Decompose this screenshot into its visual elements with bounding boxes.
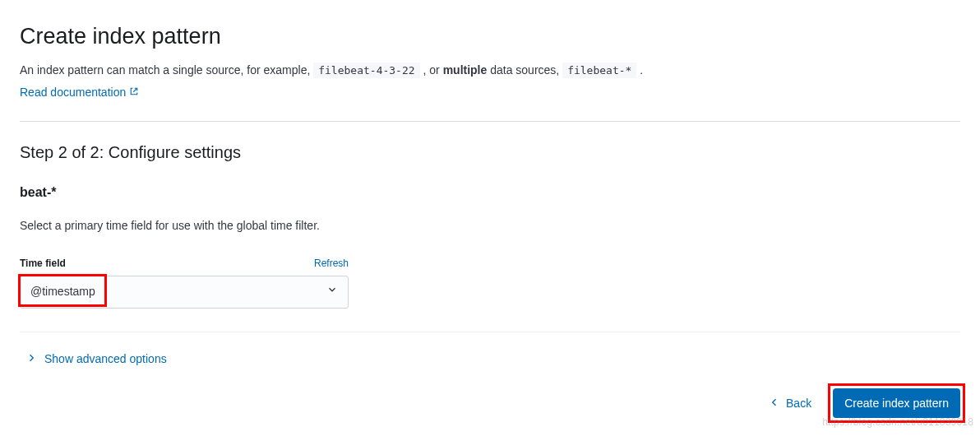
subtitle-bold: multiple: [443, 63, 488, 77]
time-field-form-row: Time field Refresh @timestamp: [20, 256, 349, 309]
refresh-link[interactable]: Refresh: [314, 256, 349, 271]
subtitle-post: data sources,: [490, 63, 562, 77]
external-link-icon: [129, 84, 139, 101]
index-pattern-name: beat-*: [20, 183, 960, 202]
time-field-value: @timestamp: [30, 283, 326, 300]
page-subtitle: An index pattern can match a single sour…: [20, 62, 960, 79]
subtitle-end: .: [640, 63, 643, 77]
back-label: Back: [786, 397, 811, 410]
page-title: Create index pattern: [20, 20, 960, 53]
read-documentation-link[interactable]: Read documentation: [20, 84, 139, 101]
doc-link-label: Read documentation: [20, 84, 126, 101]
section-divider: [20, 121, 960, 122]
advanced-options-label: Show advanced options: [44, 350, 167, 368]
code-multi-example: filebeat-*: [562, 63, 636, 78]
show-advanced-options[interactable]: Show advanced options: [26, 350, 960, 368]
back-button[interactable]: Back: [761, 390, 820, 416]
step-title: Step 2 of 2: Configure settings: [20, 140, 960, 165]
footer-actions: Back Create index pattern: [761, 388, 960, 418]
time-field-select[interactable]: @timestamp: [20, 276, 349, 309]
chevron-right-icon: [26, 350, 36, 368]
subtitle-mid: , or: [423, 63, 443, 77]
chevron-left-icon: [770, 397, 779, 410]
time-field-label: Time field: [20, 256, 66, 271]
inner-divider: [20, 332, 960, 332]
chevron-down-icon: [326, 283, 338, 300]
create-index-pattern-button[interactable]: Create index pattern: [833, 388, 960, 418]
code-single-example: filebeat-4-3-22: [313, 63, 419, 78]
step-help-text: Select a primary time field for use with…: [20, 217, 960, 234]
subtitle-pre: An index pattern can match a single sour…: [20, 63, 313, 77]
